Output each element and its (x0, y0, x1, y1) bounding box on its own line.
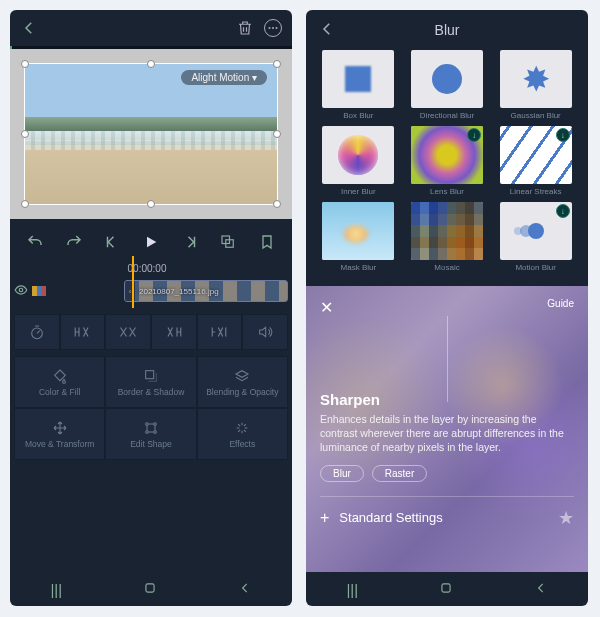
effects-button[interactable]: Effects (197, 408, 288, 460)
effect-mask-blur[interactable]: Mask Blur (316, 202, 401, 272)
page-title: Blur (348, 22, 546, 38)
effect-label: Gaussian Blur (511, 111, 561, 120)
resize-handle[interactable] (273, 130, 281, 138)
layer-thumb-icon[interactable] (32, 286, 46, 296)
close-icon[interactable]: ✕ (320, 298, 333, 317)
prev-keyframe-icon[interactable] (101, 233, 123, 255)
svg-point-9 (154, 422, 157, 425)
favorite-icon[interactable]: ★ (558, 507, 574, 529)
undo-icon[interactable] (24, 233, 46, 255)
svg-rect-7 (146, 370, 154, 378)
timeline[interactable]: ‹ 20210807_155116.jpg (10, 276, 292, 306)
preview-canvas[interactable]: Alight Motion ▾ (10, 49, 292, 219)
download-icon: ↓ (556, 128, 570, 142)
playhead[interactable] (132, 256, 134, 308)
effect-motion-blur[interactable]: ↓Motion Blur (493, 202, 578, 272)
resize-handle[interactable] (147, 60, 155, 68)
effect-thumb (322, 126, 394, 184)
recents-icon[interactable]: ||| (50, 581, 62, 598)
resize-handle[interactable] (21, 130, 29, 138)
next-keyframe-icon[interactable] (179, 233, 201, 255)
header: Blur (306, 10, 588, 50)
effect-label: Box Blur (343, 111, 373, 120)
tool-row-clip (14, 314, 288, 350)
effect-box-blur[interactable]: Box Blur (316, 50, 401, 120)
effect-detail-sheet: ✕ Guide Sharpen Enhances details in the … (306, 286, 588, 572)
effect-tags: Blur Raster (320, 465, 574, 482)
effect-label: Motion Blur (515, 263, 555, 272)
volume-button[interactable] (242, 314, 288, 350)
svg-rect-12 (146, 583, 154, 591)
tag-blur[interactable]: Blur (320, 465, 364, 482)
timeline-clip[interactable]: ‹ 20210807_155116.jpg (124, 280, 288, 302)
selected-layer[interactable]: Alight Motion ▾ (24, 63, 278, 205)
edit-shape-button[interactable]: Edit Shape (105, 408, 196, 460)
top-bar (10, 10, 292, 46)
recents-icon[interactable]: ||| (346, 581, 358, 598)
add-icon[interactable]: + (320, 509, 329, 527)
color-fill-button[interactable]: Color & Fill (14, 356, 105, 408)
editor-screen: Alight Motion ▾ 00:00:00 ‹ 20210807_1551… (10, 10, 292, 606)
system-nav: ||| (10, 572, 292, 606)
watermark-badge[interactable]: Alight Motion ▾ (181, 70, 267, 85)
resize-handle[interactable] (21, 60, 29, 68)
effects-grid: Box BlurDirectional Blur✸Gaussian BlurIn… (306, 50, 588, 272)
effect-title: Sharpen (320, 391, 574, 408)
trim-start-button[interactable] (60, 314, 106, 350)
move-transform-button[interactable]: Move & Transform (14, 408, 105, 460)
effect-thumb (322, 50, 394, 108)
resize-handle[interactable] (147, 200, 155, 208)
effect-thumb: ↓ (411, 126, 483, 184)
guide-link[interactable]: Guide (547, 298, 574, 317)
system-nav: ||| (306, 572, 588, 606)
effect-lens-blur[interactable]: ↓Lens Blur (405, 126, 490, 196)
home-icon[interactable] (143, 581, 157, 598)
back-nav-icon[interactable] (238, 581, 252, 598)
effect-label: Directional Blur (420, 111, 474, 120)
layers-icon[interactable] (217, 233, 239, 255)
svg-point-10 (146, 430, 149, 433)
bookmark-icon[interactable] (256, 234, 278, 254)
split-button[interactable] (105, 314, 151, 350)
svg-point-8 (146, 422, 149, 425)
effect-thumb (411, 202, 483, 260)
effect-gaussian-blur[interactable]: ✸Gaussian Blur (493, 50, 578, 120)
resize-handle[interactable] (273, 60, 281, 68)
speed-button[interactable] (14, 314, 60, 350)
resize-handle[interactable] (21, 200, 29, 208)
clip-filename: 20210807_155116.jpg (125, 287, 219, 296)
visibility-icon[interactable] (14, 283, 28, 299)
effect-label: Lens Blur (430, 187, 464, 196)
effect-label: Mask Blur (341, 263, 377, 272)
back-icon[interactable] (20, 19, 38, 37)
svg-point-5 (19, 288, 23, 292)
redo-icon[interactable] (63, 233, 85, 255)
more-icon[interactable] (264, 19, 282, 37)
blending-opacity-button[interactable]: Blending & Opacity (197, 356, 288, 408)
back-icon[interactable] (318, 20, 336, 40)
svg-point-1 (272, 27, 274, 29)
ripple-button[interactable] (197, 314, 243, 350)
delete-icon[interactable] (236, 19, 254, 37)
standard-settings-button[interactable]: Standard Settings (339, 510, 442, 525)
effect-label: Linear Streaks (510, 187, 562, 196)
home-icon[interactable] (439, 581, 453, 598)
tag-raster[interactable]: Raster (372, 465, 427, 482)
resize-handle[interactable] (273, 200, 281, 208)
effect-thumb: ↓ (500, 202, 572, 260)
effect-label: Mosaic (434, 263, 459, 272)
effect-description: Enhances details in the layer by increas… (320, 412, 574, 455)
play-icon[interactable] (140, 234, 162, 254)
trim-end-button[interactable] (151, 314, 197, 350)
effect-linear-streaks[interactable]: ↓Linear Streaks (493, 126, 578, 196)
back-nav-icon[interactable] (534, 581, 548, 598)
svg-point-2 (276, 27, 278, 29)
effect-inner-blur[interactable]: Inner Blur (316, 126, 401, 196)
effect-thumb: ✸ (500, 50, 572, 108)
effect-thumb (411, 50, 483, 108)
svg-rect-13 (442, 583, 450, 591)
download-icon: ↓ (556, 204, 570, 218)
effect-mosaic[interactable]: Mosaic (405, 202, 490, 272)
effect-directional-blur[interactable]: Directional Blur (405, 50, 490, 120)
border-shadow-button[interactable]: Border & Shadow (105, 356, 196, 408)
